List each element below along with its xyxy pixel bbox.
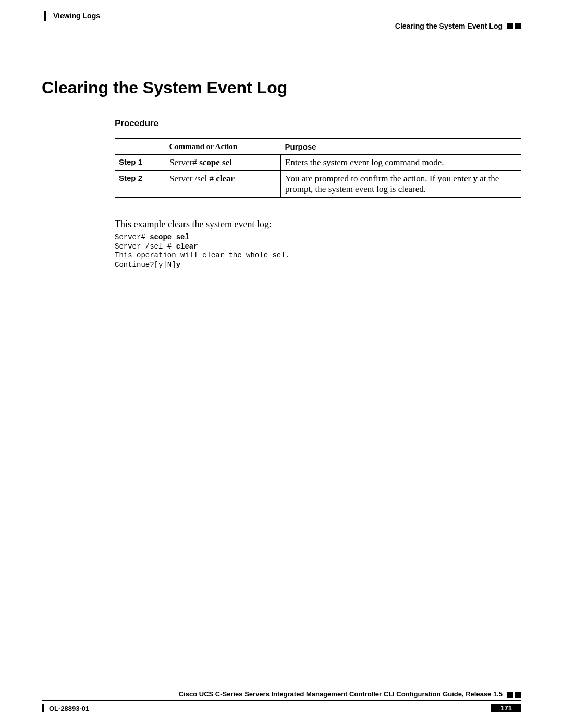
- code-plain: Continue?[y|N]: [115, 261, 176, 269]
- code-line: Server /sel # clear: [115, 242, 198, 251]
- command-keyword: clear: [216, 174, 235, 183]
- purpose-cell: Enters the system event log command mode…: [281, 155, 522, 171]
- example-intro: This example clears the system event log…: [115, 219, 521, 230]
- code-plain: This operation will clear the whole sel.: [115, 251, 290, 260]
- purpose-text: Enters the system event log command mode…: [285, 157, 444, 167]
- code-bold: scope sel: [150, 233, 189, 241]
- page: Viewing Logs Clearing the System Event L…: [0, 0, 563, 728]
- table-row: Step 2 Server /sel # clear You are promp…: [115, 171, 521, 198]
- page-footer: Cisco UCS C-Series Servers Integrated Ma…: [42, 686, 521, 712]
- footer-square-icon: [515, 692, 521, 698]
- header-chapter: Viewing Logs: [53, 11, 100, 20]
- command-cell: Server /sel # clear: [165, 171, 281, 198]
- procedure-table: Command or Action Purpose Step 1 Server#…: [115, 138, 521, 198]
- purpose-bold: y: [473, 174, 478, 183]
- code-line: Continue?[y|N]y: [115, 261, 180, 269]
- code-line: Server# scope sel: [115, 233, 189, 241]
- header-square-icon: [507, 23, 513, 29]
- table-header-row: Command or Action Purpose: [115, 139, 521, 155]
- col-step: [115, 139, 165, 155]
- footer-doc-id: OL-28893-01: [49, 705, 89, 712]
- col-command: Command or Action: [165, 139, 281, 155]
- code-plain: Server#: [115, 233, 150, 241]
- purpose-text: You are prompted to confirm the action. …: [285, 174, 473, 183]
- step-label: Step 1: [115, 155, 165, 171]
- page-title: Clearing the System Event Log: [42, 78, 521, 97]
- footer-square-icon: [507, 692, 513, 698]
- code-line: This operation will clear the whole sel.: [115, 251, 290, 260]
- col-purpose: Purpose: [281, 139, 522, 155]
- page-content: Clearing the System Event Log Procedure …: [42, 78, 521, 277]
- command-prompt: Server /sel #: [169, 174, 214, 183]
- footer-rule: [42, 700, 521, 701]
- table-row: Step 1 Server# scope sel Enters the syst…: [115, 155, 521, 171]
- code-plain: Server /sel #: [115, 242, 176, 251]
- example-code: Server# scope sel Server /sel # clear Th…: [115, 233, 521, 269]
- footer-page-number: 171: [491, 704, 521, 712]
- code-bold: clear: [176, 242, 198, 251]
- command-prompt: Server#: [169, 157, 197, 167]
- command-cell: Server# scope sel: [165, 155, 281, 171]
- header-accent-bar: [44, 11, 46, 21]
- code-bold: y: [176, 261, 180, 269]
- command-keyword: scope sel: [199, 157, 232, 167]
- procedure-heading: Procedure: [115, 118, 521, 129]
- header-square-icon: [515, 23, 521, 29]
- header-section: Clearing the System Event Log: [395, 22, 503, 30]
- step-label: Step 2: [115, 171, 165, 198]
- page-header: Viewing Logs Clearing the System Event L…: [42, 11, 521, 28]
- footer-accent-bar: [42, 704, 44, 712]
- purpose-cell: You are prompted to confirm the action. …: [281, 171, 522, 198]
- footer-guide-title: Cisco UCS C-Series Servers Integrated Ma…: [179, 690, 503, 698]
